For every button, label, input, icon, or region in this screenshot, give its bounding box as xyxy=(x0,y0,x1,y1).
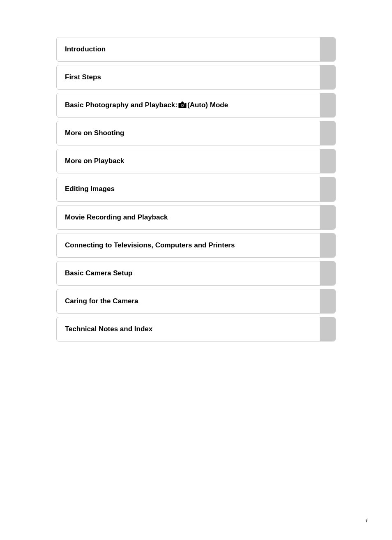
toc-item-introduction[interactable]: Introduction xyxy=(56,37,336,62)
toc-tab-caring-for-camera xyxy=(320,289,335,313)
svg-rect-4 xyxy=(184,104,185,104)
toc-tab-more-on-shooting xyxy=(320,121,335,145)
toc-item-basic-camera-setup[interactable]: Basic Camera Setup xyxy=(56,261,336,286)
toc-label-movie-recording: Movie Recording and Playback xyxy=(57,205,320,229)
toc-tab-connecting xyxy=(320,233,335,257)
camera-icon xyxy=(178,102,187,108)
toc-label-basic-photography: Basic Photography and Playback: (Auto) M… xyxy=(57,93,320,117)
toc-label-technical-notes: Technical Notes and Index xyxy=(57,317,320,341)
svg-marker-1 xyxy=(181,102,184,103)
toc-item-first-steps[interactable]: First Steps xyxy=(56,65,336,90)
toc-label-editing-images: Editing Images xyxy=(57,177,320,201)
basic-photography-suffix: (Auto) Mode xyxy=(187,101,228,110)
toc-item-editing-images[interactable]: Editing Images xyxy=(56,177,336,201)
toc-item-technical-notes[interactable]: Technical Notes and Index xyxy=(56,317,336,342)
toc-item-movie-recording[interactable]: Movie Recording and Playback xyxy=(56,205,336,230)
page-number: i xyxy=(366,517,367,524)
page-container: Introduction First Steps Basic Photograp… xyxy=(0,0,392,369)
toc-label-more-on-playback: More on Playback xyxy=(57,149,320,173)
toc-label-first-steps: First Steps xyxy=(57,65,320,89)
toc-tab-basic-photography xyxy=(320,93,335,117)
toc-tab-introduction xyxy=(320,37,335,61)
svg-point-3 xyxy=(182,104,184,106)
toc-tab-first-steps xyxy=(320,65,335,89)
toc-item-basic-photography[interactable]: Basic Photography and Playback: (Auto) M… xyxy=(56,93,336,118)
toc-item-more-on-playback[interactable]: More on Playback xyxy=(56,149,336,173)
toc-tab-technical-notes xyxy=(320,317,335,341)
toc-label-more-on-shooting: More on Shooting xyxy=(57,121,320,145)
toc-item-more-on-shooting[interactable]: More on Shooting xyxy=(56,121,336,145)
toc-label-basic-camera-setup: Basic Camera Setup xyxy=(57,261,320,285)
toc-tab-basic-camera-setup xyxy=(320,261,335,285)
toc-label-connecting: Connecting to Televisions, Computers and… xyxy=(57,233,320,257)
toc-tab-more-on-playback xyxy=(320,149,335,173)
toc-label-caring-for-camera: Caring for the Camera xyxy=(57,289,320,313)
toc-item-connecting[interactable]: Connecting to Televisions, Computers and… xyxy=(56,233,336,258)
basic-photography-text: Basic Photography and Playback: xyxy=(65,101,178,110)
toc-tab-editing-images xyxy=(320,177,335,201)
toc-list: Introduction First Steps Basic Photograp… xyxy=(56,37,336,345)
toc-tab-movie-recording xyxy=(320,205,335,229)
toc-item-caring-for-camera[interactable]: Caring for the Camera xyxy=(56,289,336,314)
toc-label-introduction: Introduction xyxy=(57,37,320,61)
